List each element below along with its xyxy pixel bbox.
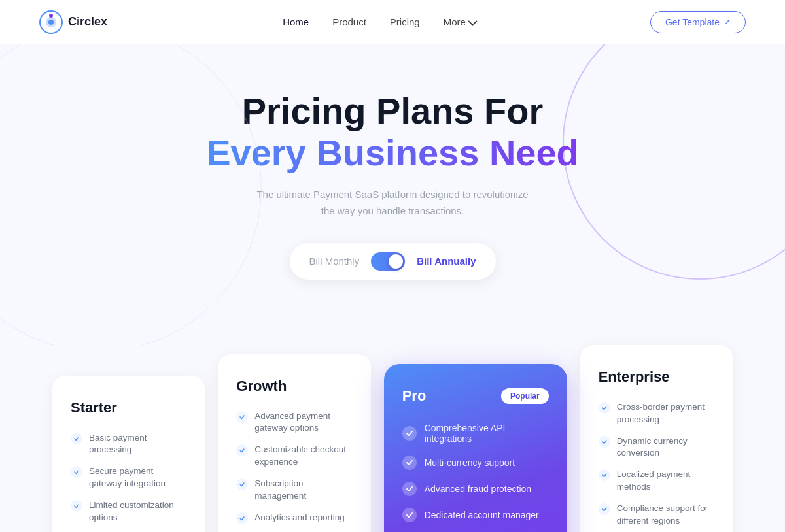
- nav-product[interactable]: Product: [332, 16, 366, 27]
- check-icon: [71, 500, 82, 512]
- svg-point-2: [48, 20, 54, 25]
- list-item: Comprehensive API integrations: [402, 423, 549, 444]
- svg-point-3: [49, 14, 53, 18]
- check-icon: [236, 512, 248, 524]
- hero-section: Pricing Plans For Every Business Need Th…: [0, 44, 785, 345]
- nav-home[interactable]: Home: [283, 16, 309, 27]
- list-item: Customizable checkout experience: [236, 444, 352, 469]
- toggle-knob: [389, 254, 403, 269]
- check-icon: [71, 433, 82, 444]
- check-icon: [236, 444, 248, 456]
- list-item: Localized payment methods: [599, 469, 714, 493]
- enterprise-card: Enterprise Cross-border payment processi…: [580, 345, 733, 532]
- brand-logo[interactable]: Circlex: [39, 10, 107, 34]
- brand-name: Circlex: [68, 15, 107, 29]
- pricing-section: Starter Basic payment processing Secure …: [26, 345, 759, 532]
- pro-check-icon: [402, 508, 417, 522]
- check-icon: [599, 503, 610, 515]
- pro-title: Pro: [402, 388, 427, 405]
- pro-card: Pro Popular Comprehensive API integratio…: [384, 364, 567, 532]
- popular-badge: Popular: [501, 388, 549, 404]
- growth-title: Growth: [236, 378, 352, 395]
- starter-features: Basic payment processing Secure payment …: [71, 432, 186, 524]
- check-icon: [236, 411, 248, 423]
- list-item: Dynamic currency conversion: [599, 435, 714, 460]
- list-item: Cross-border payment processing: [599, 401, 714, 426]
- pro-features: Comprehensive API integrations Multi-cur…: [402, 423, 549, 522]
- list-item: Advanced payment gateway options: [236, 410, 352, 435]
- navbar: Circlex Home Product Pricing More Get Te…: [0, 0, 785, 44]
- hero-heading: Pricing Plans For Every Business Need: [13, 90, 772, 175]
- growth-features: Advanced payment gateway options Customi…: [236, 410, 352, 524]
- enterprise-features: Cross-border payment processing Dynamic …: [599, 401, 714, 527]
- list-item: Secure payment gateway integration: [71, 465, 186, 490]
- list-item: Advanced fraud protection: [402, 482, 549, 496]
- growth-card: Growth Advanced payment gateway options …: [218, 354, 370, 532]
- pricing-cards-grid: Starter Basic payment processing Secure …: [52, 345, 733, 532]
- logo-icon: [39, 10, 63, 34]
- list-item: Analytics and reporting: [236, 512, 352, 524]
- chevron-down-icon: [468, 16, 477, 25]
- list-item: Dedicated account manager: [402, 508, 549, 522]
- nav-more[interactable]: More: [444, 16, 475, 27]
- starter-title: Starter: [71, 399, 186, 416]
- enterprise-title: Enterprise: [599, 369, 714, 386]
- nav-pricing[interactable]: Pricing: [390, 16, 420, 27]
- arrow-icon: ↗: [724, 17, 731, 27]
- toggle-annually-label: Bill Annually: [417, 256, 476, 267]
- get-template-button[interactable]: Get Template ↗: [650, 11, 746, 33]
- pro-check-icon: [402, 456, 417, 470]
- check-icon: [599, 469, 610, 481]
- check-icon: [236, 478, 248, 490]
- toggle-monthly-label: Bill Monthly: [309, 256, 360, 267]
- pro-check-icon: [402, 426, 417, 441]
- billing-toggle[interactable]: [371, 252, 405, 271]
- list-item: Basic payment processing: [71, 432, 186, 457]
- starter-card: Starter Basic payment processing Secure …: [52, 376, 205, 532]
- check-icon: [71, 466, 82, 478]
- pro-card-header: Pro Popular: [402, 388, 549, 405]
- list-item: Compliance support for different regions: [599, 503, 714, 527]
- list-item: Limited customization options: [71, 499, 186, 524]
- pro-check-icon: [402, 482, 417, 496]
- list-item: Multi-currency support: [402, 456, 549, 470]
- list-item: Subscription management: [236, 478, 352, 503]
- check-icon: [599, 436, 610, 448]
- check-icon: [599, 402, 610, 414]
- hero-subtitle: The ultimate Payment SaaS platform desig…: [13, 186, 772, 220]
- billing-toggle-container: Bill Monthly Bill Annually: [290, 243, 496, 280]
- nav-links: Home Product Pricing More: [283, 16, 475, 27]
